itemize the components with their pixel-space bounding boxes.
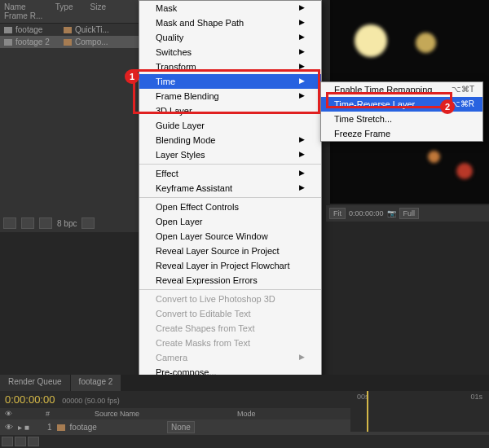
project-item[interactable]: footage QuickTi... [0, 24, 139, 36]
project-footer: 8 bpc [0, 214, 98, 232]
bpc-label[interactable]: 8 bpc [57, 219, 77, 228]
item-type: QuickTi... [75, 25, 109, 34]
menu-open-layer-source-window[interactable]: Open Layer Source Window [139, 229, 321, 244]
preview-controls: Fit 0:00:00:00 📷 Full [326, 205, 489, 222]
project-item-selected[interactable]: footage 2 Compo... [0, 36, 139, 48]
folder-button[interactable] [21, 217, 34, 229]
col-size[interactable]: Size [90, 2, 115, 11]
menu-create-masks-text: Create Masks from Text [139, 336, 321, 350]
menu-quality[interactable]: Quality▶ [139, 30, 321, 45]
footage-icon [4, 27, 12, 33]
chevron-right-icon: ▶ [299, 353, 305, 362]
fit-dropdown[interactable]: Fit [329, 208, 346, 219]
annotation-box-2 [326, 92, 452, 108]
menu-open-layer[interactable]: Open Layer [139, 214, 321, 229]
bokeh-light [355, 24, 387, 57]
playhead[interactable] [367, 391, 368, 432]
visibility-icons: 👁 [5, 410, 29, 418]
menu-reveal-layer-source[interactable]: Reveal Layer Source in Project [139, 244, 321, 258]
item-name: footage [15, 25, 60, 34]
toggle-switches[interactable] [2, 437, 13, 446]
chevron-right-icon: ▶ [299, 169, 305, 178]
shortcut-label: ⌥⌘T [452, 85, 474, 94]
interpret-button[interactable] [3, 217, 16, 229]
timeline-toggle-buttons [2, 437, 39, 446]
col-mode[interactable]: Mode [237, 410, 256, 418]
menu-convert-editable-text: Convert to Editable Text [139, 306, 321, 321]
tab-render-queue[interactable]: Render Queue [0, 375, 71, 391]
menu-switches[interactable]: Switches▶ [139, 45, 321, 59]
eye-icon[interactable]: 👁 [5, 423, 13, 432]
item-type: Compo... [75, 37, 108, 46]
toggle-brackets[interactable] [28, 437, 39, 446]
chevron-right-icon: ▶ [299, 47, 305, 57]
ruler-mark: 01s [470, 393, 482, 401]
chevron-right-icon: ▶ [299, 183, 305, 193]
layer-number: 1 [47, 423, 52, 432]
project-panel: Name Type Size Frame R... footage QuickT… [0, 0, 139, 232]
timeline-panel: Render Queue footage 2 0:00:00:00 00000 … [0, 375, 489, 448]
menu-reveal-layer-flowchart[interactable]: Reveal Layer in Project Flowchart [139, 258, 321, 273]
menu-camera: Camera▶ [139, 350, 321, 365]
type-icon [64, 27, 72, 33]
menu-layer-styles[interactable]: Layer Styles▶ [139, 147, 321, 162]
time-submenu: Enable Time Remapping⌥⌘T Time-Reverse La… [320, 81, 483, 142]
annotation-box-1 [133, 69, 320, 114]
col-name[interactable]: Name [4, 2, 53, 11]
timeline-tabs: Render Queue footage 2 [0, 375, 489, 391]
menu-reveal-expression-errors[interactable]: Reveal Expression Errors [139, 273, 321, 288]
menu-create-shapes-text: Create Shapes from Text [139, 321, 321, 336]
chevron-right-icon: ▶ [299, 33, 305, 42]
type-icon [64, 39, 72, 46]
bokeh-light [416, 33, 436, 53]
timeline-ruler[interactable]: 00s 01s [350, 391, 489, 432]
annotation-number-1: 1 [125, 69, 139, 84]
col-type[interactable]: Type [55, 2, 88, 11]
menu-convert-photoshop-3d: Convert to Live Photoshop 3D [139, 292, 321, 306]
project-column-header: Name Type Size Frame R... [0, 0, 139, 24]
menu-separator [139, 164, 321, 165]
toggle-modes[interactable] [15, 437, 26, 446]
chevron-right-icon: ▶ [299, 3, 305, 13]
submenu-freeze-frame[interactable]: Freeze Frame [321, 126, 482, 141]
chevron-right-icon: ▶ [299, 150, 305, 160]
chevron-right-icon: ▶ [299, 135, 305, 145]
item-name: footage 2 [15, 37, 60, 46]
bokeh-light [428, 151, 440, 163]
menu-guide-layer[interactable]: Guide Layer [139, 118, 321, 133]
menu-open-effect-controls[interactable]: Open Effect Controls [139, 200, 321, 214]
menu-mask[interactable]: Mask▶ [139, 1, 321, 15]
camera-icon[interactable]: 📷 [387, 209, 396, 217]
col-source[interactable]: Source Name [95, 410, 139, 418]
blend-mode-dropdown[interactable]: None [167, 421, 195, 433]
comp-icon [4, 39, 12, 46]
chevron-right-icon: ▶ [299, 18, 305, 28]
menu-separator [139, 289, 321, 290]
annotation-number-2: 2 [440, 99, 455, 114]
menu-effect[interactable]: Effect▶ [139, 166, 321, 181]
menu-keyframe-assistant[interactable]: Keyframe Assistant▶ [139, 181, 321, 195]
quality-dropdown[interactable]: Full [399, 208, 420, 219]
layer-icon [57, 424, 65, 431]
comp-button[interactable] [39, 217, 52, 229]
col-framerate[interactable]: Frame R... [4, 11, 42, 20]
timecode-display[interactable]: 0:00:00:00 [349, 209, 384, 217]
menu-mask-shape-path[interactable]: Mask and Shape Path▶ [139, 15, 321, 30]
menu-separator [139, 197, 321, 198]
menu-blending-mode[interactable]: Blending Mode▶ [139, 133, 321, 147]
delete-button[interactable] [82, 217, 95, 229]
tab-footage-2[interactable]: footage 2 [71, 375, 122, 391]
layer-name: footage [70, 423, 97, 432]
bokeh-light [456, 163, 473, 179]
submenu-time-stretch[interactable]: Time Stretch... [321, 112, 482, 126]
